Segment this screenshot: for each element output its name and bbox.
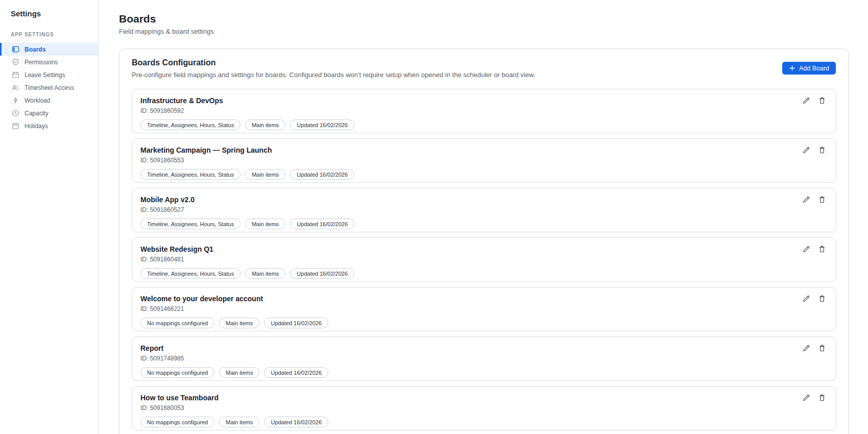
board-tags: No mappings configured Main items Update… <box>140 318 828 328</box>
board-actions <box>801 95 827 106</box>
item-type-tag: Main items <box>245 219 285 229</box>
delete-board-button[interactable] <box>817 393 827 403</box>
trash-icon <box>818 97 826 105</box>
updated-tag: Updated 16/02/2026 <box>264 417 328 427</box>
board-id: ID: 5091748985 <box>140 355 828 363</box>
item-type-tag: Main items <box>219 417 259 427</box>
delete-board-button[interactable] <box>817 195 827 205</box>
updated-tag: Updated 16/02/2026 <box>290 119 354 130</box>
board-id: ID: 5091860527 <box>140 206 828 214</box>
page-subtitle: Field mappings & board settings <box>119 28 849 36</box>
delete-board-button[interactable] <box>817 95 827 106</box>
edit-board-button[interactable] <box>801 145 811 155</box>
updated-tag: Updated 16/02/2026 <box>290 169 354 180</box>
sidebar-item-label: Holidays <box>25 123 48 130</box>
board-actions <box>801 343 827 353</box>
edit-board-button[interactable] <box>801 294 811 304</box>
sidebar-item-label: Timesheet Access <box>25 84 74 91</box>
sidebar-item-timesheet-access[interactable]: Timesheet Access <box>0 81 98 94</box>
pencil-icon <box>802 196 810 204</box>
item-type-tag: Main items <box>219 367 259 378</box>
edit-board-button[interactable] <box>801 195 811 205</box>
board-card-mobile-app: Mobile App v2.0 ID: 5091860527 Timeline,… <box>132 188 836 232</box>
bolt-icon <box>12 97 19 104</box>
add-board-button[interactable]: Add Board <box>782 62 836 75</box>
mappings-tag: Timeline, Assignees, Hours, Status <box>140 119 240 130</box>
board-name: Mobile App v2.0 <box>140 195 828 205</box>
delete-board-button[interactable] <box>817 343 827 353</box>
mappings-tag: No mappings configured <box>140 367 214 378</box>
settings-app: Settings APP SETTINGS Boards Permissions… <box>0 0 868 434</box>
add-board-button-label: Add Board <box>799 65 829 72</box>
plus-icon <box>789 65 795 71</box>
sidebar: Settings APP SETTINGS Boards Permissions… <box>0 0 99 434</box>
updated-tag: Updated 16/02/2026 <box>264 318 328 328</box>
trash-icon <box>818 196 826 204</box>
board-tags: No mappings configured Main items Update… <box>140 367 828 378</box>
calendar-icon <box>12 122 19 130</box>
board-icon <box>12 45 19 53</box>
sidebar-item-leave-settings[interactable]: Leave Settings <box>0 68 98 81</box>
shield-icon <box>12 58 19 66</box>
sidebar-item-label: Capacity <box>25 110 49 117</box>
item-type-tag: Main items <box>245 119 285 130</box>
edit-board-button[interactable] <box>801 95 811 106</box>
board-id: ID: 5091860553 <box>140 157 828 164</box>
item-type-tag: Main items <box>245 169 285 180</box>
pencil-icon <box>802 245 810 253</box>
edit-board-button[interactable] <box>801 393 811 403</box>
pencil-icon <box>802 97 810 105</box>
board-actions <box>801 393 827 403</box>
trash-icon <box>818 295 826 303</box>
sidebar-nav: Boards Permissions Leave Settings Timesh… <box>0 43 98 132</box>
page-title: Boards <box>119 12 849 26</box>
board-actions <box>801 244 827 254</box>
calendar-icon <box>12 71 19 79</box>
sidebar-item-label: Permissions <box>25 59 58 66</box>
board-actions <box>801 195 827 205</box>
board-card-how-to-use-teamboard: How to use Teamboard ID: 5091680053 No m… <box>132 386 836 430</box>
board-card-marketing-campaign: Marketing Campaign — Spring Launch ID: 5… <box>132 138 836 183</box>
edit-board-button[interactable] <box>801 343 811 353</box>
sidebar-section-label: APP SETTINGS <box>0 32 98 37</box>
trash-icon <box>818 146 826 154</box>
mappings-tag: Timeline, Assignees, Hours, Status <box>140 268 240 279</box>
panel-description: Pre-configure field mappings and setting… <box>132 70 693 80</box>
board-tags: Timeline, Assignees, Hours, Status Main … <box>140 169 828 180</box>
mappings-tag: Timeline, Assignees, Hours, Status <box>140 219 240 229</box>
sidebar-item-label: Workload <box>25 97 50 104</box>
board-tags: Timeline, Assignees, Hours, Status Main … <box>140 219 828 229</box>
board-list: Infrastructure & DevOps ID: 5091860592 T… <box>132 89 836 430</box>
delete-board-button[interactable] <box>817 294 827 304</box>
board-name: Report <box>140 344 828 353</box>
sidebar-item-permissions[interactable]: Permissions <box>0 56 98 68</box>
board-name: Welcome to your developer account <box>140 294 828 304</box>
sidebar-item-holidays[interactable]: Holidays <box>0 119 98 132</box>
trash-icon <box>818 344 826 352</box>
board-id: ID: 5091466221 <box>140 305 828 313</box>
sidebar-title: Settings <box>0 9 98 18</box>
board-name: How to use Teamboard <box>140 393 828 403</box>
trash-icon <box>818 245 826 253</box>
people-icon <box>12 84 19 91</box>
delete-board-button[interactable] <box>817 145 827 155</box>
delete-board-button[interactable] <box>817 244 827 254</box>
updated-tag: Updated 16/02/2026 <box>290 268 354 279</box>
sidebar-item-capacity[interactable]: Capacity <box>0 107 98 119</box>
sidebar-item-workload[interactable]: Workload <box>0 94 98 107</box>
pencil-icon <box>802 394 810 402</box>
board-card-welcome-developer: Welcome to your developer account ID: 50… <box>132 287 836 331</box>
board-card-infrastructure-devops: Infrastructure & DevOps ID: 5091860592 T… <box>132 89 836 133</box>
mappings-tag: Timeline, Assignees, Hours, Status <box>140 169 240 180</box>
sidebar-item-label: Boards <box>25 46 45 53</box>
trash-icon <box>818 394 826 402</box>
board-actions <box>801 145 827 155</box>
board-id: ID: 5091680053 <box>140 404 828 412</box>
mappings-tag: No mappings configured <box>140 318 214 328</box>
mappings-tag: No mappings configured <box>140 417 214 427</box>
board-tags: Timeline, Assignees, Hours, Status Main … <box>140 119 828 130</box>
board-card-website-redesign: Website Redesign Q1 ID: 5091860481 Timel… <box>132 237 836 282</box>
edit-board-button[interactable] <box>801 244 811 254</box>
sidebar-item-boards[interactable]: Boards <box>0 43 98 56</box>
updated-tag: Updated 16/02/2026 <box>264 367 328 378</box>
